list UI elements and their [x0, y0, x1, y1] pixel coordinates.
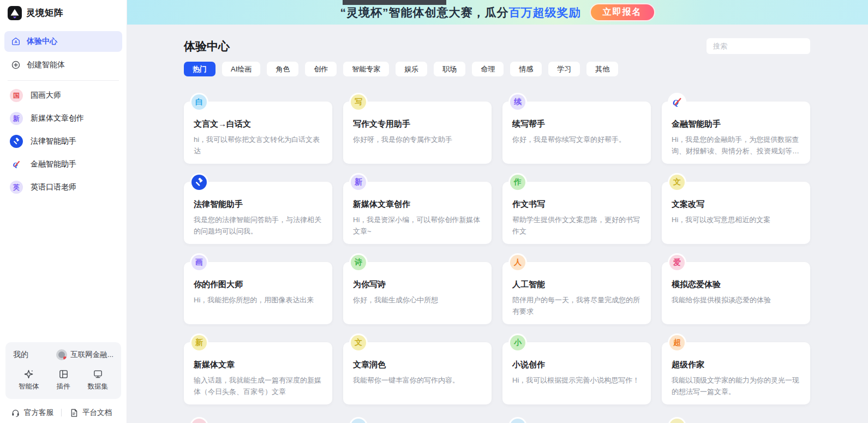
agent-card[interactable]: 小小说创作Hi，我可以根据提示完善小说构思写作！	[502, 342, 651, 404]
sidebar-agent-item[interactable]: 国国画大师	[4, 84, 122, 107]
agent-card[interactable]: 超超级作家我能以顶级文学家的能力为你的灵光一现的想法写一篇文章。	[662, 342, 810, 404]
card-title: 文章润色	[353, 360, 482, 370]
tab-学习[interactable]: 学习	[548, 62, 580, 76]
agent-initial-avatar: 白	[191, 94, 207, 110]
tab-创作[interactable]: 创作	[305, 62, 337, 76]
footer-separator	[61, 409, 62, 416]
agent-avatar	[191, 419, 207, 423]
tab-情感[interactable]: 情感	[510, 62, 542, 76]
gavel-icon	[10, 135, 23, 148]
card-title: 超级作家	[672, 360, 800, 370]
tab-其他[interactable]: 其他	[586, 62, 618, 76]
sidebar-agent-item[interactable]: 法律智能助手	[4, 130, 122, 153]
card-title: 新媒体文章	[194, 360, 322, 370]
card-description: 我能以顶级文学家的能力为你的灵光一现的想法写一篇文章。	[672, 374, 800, 397]
agent-card[interactable]: 诗为你写诗你好，我能生成你心中所想	[343, 262, 492, 324]
brand-logo-icon	[8, 6, 22, 20]
card-description: 你好，我是帮你续写文章的好帮手。	[512, 134, 641, 145]
agent-card[interactable]: 作作文书写帮助学生提供作文文案思路，更好的书写作文	[502, 182, 651, 244]
shortcut-插件[interactable]: 插件	[57, 369, 70, 391]
agent-card[interactable]: 白文言文→白话文hi，我可以帮你把文言文转化为白话文表达	[184, 102, 332, 164]
footer-link-label: 官方客服	[24, 408, 53, 418]
tab-职场[interactable]: 职场	[434, 62, 465, 76]
card-title: 模拟恋爱体验	[672, 279, 800, 290]
shortcut-label: 数据集	[88, 382, 109, 391]
card-description: 我是您的法律智能问答助手，与法律相关的问题均可以问我。	[194, 214, 322, 237]
panel-shortcuts: 智能体插件数据集	[13, 369, 113, 391]
agent-card[interactable]: 新新媒体文章创作Hi，我是资深小编，可以帮你创作新媒体文章~	[343, 182, 492, 244]
agent-card[interactable]: 文文案改写Hi，我可以改写意思相近的文案	[662, 182, 810, 244]
agent-initial-avatar: 诗	[351, 255, 366, 270]
card-description: Hi，我能把你所想的，用图像表达出来	[194, 294, 322, 306]
agent-card[interactable]: 文文章润色我能帮你一键丰富你的写作内容。	[343, 342, 492, 404]
agent-initial-avatar: 小	[510, 335, 525, 350]
home-icon: A	[11, 37, 21, 46]
my-panel: 我的 互联网金融... 智能体插件数据集	[5, 342, 121, 399]
agent-initial-avatar: 续	[510, 94, 525, 110]
card-description: Hi，我是资深小编，可以帮你创作新媒体文章~	[353, 214, 482, 237]
sidebar-agent-item[interactable]: 新新媒体文章创作	[4, 107, 122, 130]
shortcut-智能体[interactable]: 智能体	[19, 369, 39, 391]
card-title: 法律智能助手	[194, 199, 322, 210]
banner-text: “灵境杯”智能体创意大赛，瓜分百万超级奖励	[340, 5, 581, 20]
sidebar-agent-item[interactable]: 英英语口语老师	[4, 176, 122, 199]
agent-card[interactable]: 新新媒体文章输入话题，我就能生成一篇有深度的新媒体（今日头条、百家号）文章	[184, 342, 332, 404]
banner-highlight: 百万超级奖励	[509, 6, 581, 19]
tab-角色[interactable]: 角色	[267, 62, 298, 76]
sidebar-footer: 官方客服 平台文档	[0, 408, 127, 418]
card-title: 作文书写	[512, 199, 641, 210]
brand-name: 灵境矩阵	[26, 7, 63, 19]
agent-initial-avatar: 新	[191, 335, 207, 350]
card-title: 人工智能	[512, 279, 641, 290]
agent-initial-avatar: 超	[669, 335, 685, 350]
card-description: 输入话题，我就能生成一篇有深度的新媒体（今日头条、百家号）文章	[194, 374, 322, 397]
tab-智能专家[interactable]: 智能专家	[343, 62, 389, 76]
agent-card[interactable]: 人人工智能陪伴用户的每一天，我将尽量完成您的所有要求	[502, 262, 651, 324]
tab-命理[interactable]: 命理	[472, 62, 504, 76]
agent-card[interactable]: 续续写帮手你好，我是帮你续写文章的好帮手。	[502, 102, 651, 164]
search-input[interactable]	[707, 38, 810, 54]
agent-card[interactable]: Q金融智能助手Hi，我是您的金融助手，为您提供数据查询、财报解读、舆情分析、投资…	[662, 102, 810, 164]
finance-q-logo-icon: Q	[10, 158, 23, 171]
card-title: 你的作图大师	[194, 279, 322, 290]
card-title: 金融智能助手	[672, 119, 800, 129]
footer-link-support[interactable]: 官方客服	[11, 408, 53, 418]
sidebar-item-experience-center[interactable]: A 体验中心	[4, 31, 122, 52]
sidebar: 灵境矩阵 A 体验中心 创建智能体 国国画大师新新媒体文章创作法律智能助手Q金融…	[0, 0, 127, 423]
my-label: 我的	[13, 350, 28, 360]
sidebar-item-create-agent[interactable]: 创建智能体	[4, 55, 122, 75]
footer-link-docs[interactable]: 平台文档	[69, 408, 112, 418]
card-title: 文案改写	[672, 199, 800, 210]
agent-card[interactable]: 法律智能助手我是您的法律智能问答助手，与法律相关的问题均可以问我。	[184, 182, 332, 244]
agent-list: 国国画大师新新媒体文章创作法律智能助手Q金融智能助手英英语口语老师	[0, 84, 127, 199]
sidebar-divider	[8, 80, 119, 81]
main-content: 体验中心 热门AI绘画角色创作智能专家娱乐职场命理情感学习其他 白文言文→白话文…	[127, 25, 868, 423]
document-icon	[69, 408, 79, 418]
tab-热门[interactable]: 热门	[184, 62, 215, 76]
dataset-icon	[93, 369, 103, 379]
agent-initial-avatar: 画	[191, 255, 207, 270]
sparkle-icon	[23, 369, 34, 379]
svg-text:A: A	[14, 39, 17, 44]
signup-now-button[interactable]: 立即报名	[590, 3, 655, 21]
agent-card[interactable]: 写写作文专用助手你好呀，我是你的专属作文助手	[343, 102, 492, 164]
agent-card[interactable]: 画你的作图大师Hi，我能把你所想的，用图像表达出来	[184, 262, 332, 324]
card-title: 写作文专用助手	[353, 119, 482, 129]
card-description: hi，我可以帮你把文言文转化为白话文表达	[194, 134, 322, 157]
tab-AI绘画[interactable]: AI绘画	[222, 62, 260, 76]
agent-initial-avatar: 文	[351, 335, 366, 350]
category-tabs: 热门AI绘画角色创作智能专家娱乐职场命理情感学习其他	[184, 62, 810, 76]
card-description: 帮助学生提供作文文案思路，更好的书写作文	[512, 214, 641, 237]
agent-initial-avatar: 文	[669, 175, 685, 190]
dark-overlay	[343, 0, 446, 5]
footer-link-label: 平台文档	[82, 408, 112, 418]
card-description: 你好，我能生成你心中所想	[353, 294, 482, 306]
nav-item-label: 创建智能体	[27, 60, 65, 70]
brand[interactable]: 灵境矩阵	[0, 0, 127, 20]
shortcut-数据集[interactable]: 数据集	[88, 369, 109, 391]
account-chip[interactable]: 互联网金融...	[56, 349, 113, 360]
card-description: 我能给你提供模拟谈恋爱的体验	[672, 294, 800, 306]
agent-card[interactable]: 爱模拟恋爱体验我能给你提供模拟谈恋爱的体验	[662, 262, 810, 324]
tab-娱乐[interactable]: 娱乐	[396, 62, 427, 76]
sidebar-agent-item[interactable]: Q金融智能助手	[4, 153, 122, 176]
